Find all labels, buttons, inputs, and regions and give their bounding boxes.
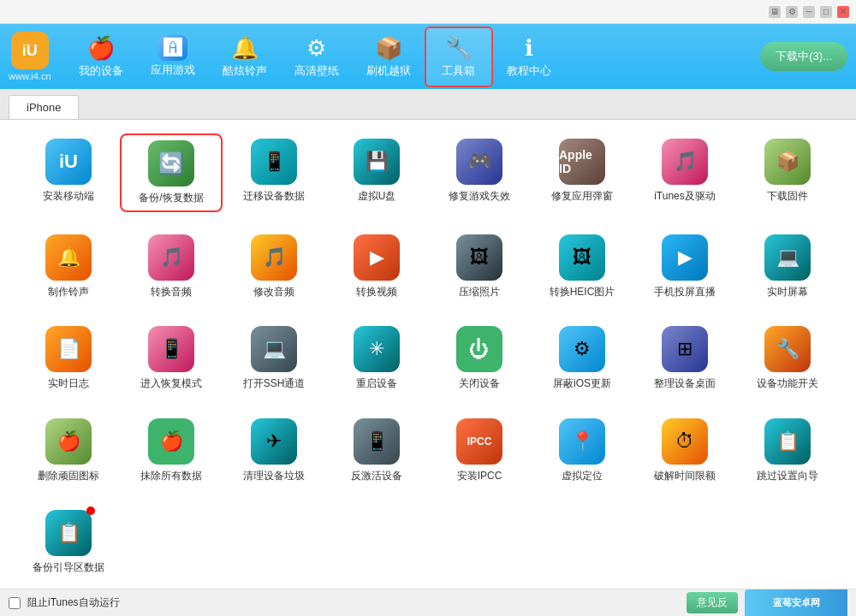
tool-recovery-mode[interactable]: 📱 进入恢复模式 bbox=[120, 321, 223, 396]
settings-icon[interactable]: ⚙ bbox=[786, 6, 798, 18]
tool-ssh-label: 打开SSH通道 bbox=[243, 377, 306, 391]
tool-virtual-udisk[interactable]: 💾 虚拟U盘 bbox=[325, 133, 428, 212]
tool-compress-photo-label: 压缩照片 bbox=[459, 286, 500, 299]
heic-icon: 🖼 bbox=[559, 234, 605, 281]
tool-delete-stubborn[interactable]: 🍎 删除顽固图标 bbox=[17, 413, 120, 489]
tool-fix-game[interactable]: 🎮 修复游戏失效 bbox=[428, 133, 531, 212]
nav-ringtone[interactable]: 🔔 酷炫铃声 bbox=[209, 28, 281, 86]
tool-fix-popup-label: 修复应用弹窗 bbox=[551, 190, 613, 204]
minimize-button[interactable]: ─ bbox=[803, 6, 815, 18]
nav-toolbox[interactable]: 🔧 工具箱 bbox=[425, 27, 493, 87]
nav-jailbreak-label: 刷机越狱 bbox=[366, 63, 411, 79]
tool-restart-label: 重启设备 bbox=[356, 377, 397, 391]
tool-install-mobile[interactable]: iU 安装移动端 bbox=[17, 133, 120, 212]
itunes-label: 阻止iTunes自动运行 bbox=[27, 595, 120, 610]
tool-convert-heic[interactable]: 🖼 转换HEIC图片 bbox=[531, 229, 633, 305]
nav-app-game[interactable]: 🅰 应用游戏 bbox=[137, 28, 209, 85]
tool-itunes-driver[interactable]: 🎵 iTunes及驱动 bbox=[633, 133, 736, 212]
tool-real-log[interactable]: 📄 实时日志 bbox=[17, 321, 120, 396]
audio-icon: 🎵 bbox=[148, 234, 194, 281]
tool-clean-junk[interactable]: ✈ 清理设备垃圾 bbox=[223, 413, 325, 489]
close-button[interactable]: ✕ bbox=[837, 6, 849, 18]
tool-shutdown-label: 关闭设备 bbox=[459, 377, 500, 391]
tool-convert-audio[interactable]: 🎵 转换音频 bbox=[120, 229, 223, 305]
tool-fix-popup[interactable]: Apple ID 修复应用弹窗 bbox=[531, 133, 633, 212]
tool-skip-setup[interactable]: 📋 跳过设置向导 bbox=[736, 413, 839, 489]
tool-firmware-label: 下载固件 bbox=[767, 190, 808, 204]
tool-partition-label: 备份引导区数据 bbox=[33, 561, 104, 575]
clean-icon: ✈ bbox=[251, 418, 297, 465]
tool-screencast-label: 手机投屏直播 bbox=[654, 286, 716, 299]
nav-toolbox-label: 工具箱 bbox=[442, 63, 475, 79]
tool-ipcc-label: 安装IPCC bbox=[457, 470, 502, 483]
window-controls[interactable]: 🖥 ⚙ ─ □ ✕ bbox=[769, 6, 849, 18]
install-mobile-icon: iU bbox=[45, 139, 92, 185]
tool-screen-cast[interactable]: ▶ 手机投屏直播 bbox=[633, 229, 736, 305]
watermark: 蓝莓安卓网 bbox=[745, 589, 847, 617]
tool-make-ringtone[interactable]: 🔔 制作铃声 bbox=[17, 229, 120, 305]
ipcc-icon: IPCC bbox=[456, 418, 502, 465]
tool-open-ssh[interactable]: 💻 打开SSH通道 bbox=[223, 321, 325, 396]
firmware-icon: 📦 bbox=[764, 139, 811, 185]
nav-my-device[interactable]: 🍎 我的设备 bbox=[65, 28, 137, 86]
tool-compress-photo[interactable]: 🖼 压缩照片 bbox=[428, 229, 531, 305]
tool-fix-game-label: 修复游戏失效 bbox=[449, 190, 510, 204]
setup-icon: 📋 bbox=[764, 418, 811, 465]
download-button[interactable]: 下载中(3)... bbox=[760, 42, 847, 71]
tool-wipe-data[interactable]: 🍎 抹除所有数据 bbox=[120, 413, 223, 489]
iphone-tab[interactable]: iPhone bbox=[9, 95, 79, 119]
tool-migrate-label: 迁移设备数据 bbox=[243, 190, 305, 204]
tool-restart-device[interactable]: ✳ 重启设备 bbox=[325, 321, 428, 396]
block-update-icon: ⚙ bbox=[559, 326, 605, 372]
tool-migrate-data[interactable]: 📱 迁移设备数据 bbox=[223, 133, 325, 212]
feedback-button[interactable]: 意见反 bbox=[687, 592, 738, 613]
tool-recovery-label: 进入恢复模式 bbox=[140, 377, 202, 391]
tool-edit-audio[interactable]: 🎵 修改音频 bbox=[223, 229, 325, 305]
nav-jailbreak[interactable]: 📦 刷机越狱 bbox=[353, 28, 425, 86]
migrate-icon: 📱 bbox=[251, 139, 297, 185]
backup-icon: 🔄 bbox=[148, 140, 194, 187]
tool-real-screen[interactable]: 💻 实时屏幕 bbox=[736, 229, 839, 305]
tool-backup-partition[interactable]: 📋 备份引导区数据 bbox=[17, 505, 120, 580]
tool-shutdown-device[interactable]: ⏻ 关闭设备 bbox=[428, 321, 531, 396]
tool-break-time[interactable]: ⏱ 破解时间限额 bbox=[633, 413, 736, 489]
nav-wallpaper[interactable]: ⚙ 高清壁纸 bbox=[281, 28, 353, 86]
tool-ringtone-label: 制作铃声 bbox=[48, 286, 89, 299]
delete-icon: 🍎 bbox=[45, 418, 92, 465]
nav-app-game-label: 应用游戏 bbox=[151, 62, 195, 78]
tool-fake-location[interactable]: 📍 虚拟定位 bbox=[531, 413, 633, 489]
tool-install-ipcc[interactable]: IPCC 安装IPCC bbox=[428, 413, 531, 489]
tool-convert-video[interactable]: ▶ 转换视频 bbox=[325, 229, 428, 305]
status-left: 阻止iTunes自动运行 bbox=[9, 595, 120, 610]
logo[interactable]: iU www.i4.cn bbox=[9, 32, 51, 81]
header: iU www.i4.cn 🍎 我的设备 🅰 应用游戏 🔔 酷炫铃声 ⚙ 高清壁纸… bbox=[0, 24, 856, 89]
screencast-icon: ▶ bbox=[662, 234, 708, 281]
location-icon: 📍 bbox=[559, 418, 605, 465]
tool-backup-restore[interactable]: 🔄 备份/恢复数据 bbox=[120, 133, 223, 212]
ringtone-icon: 🔔 bbox=[45, 234, 92, 281]
tool-desktop-label: 整理设备桌面 bbox=[654, 377, 716, 391]
deactivate-icon: 📱 bbox=[354, 418, 400, 465]
apple-icon: 🍎 bbox=[87, 35, 115, 62]
power-icon: ⏻ bbox=[456, 326, 502, 372]
bell-icon: 🔔 bbox=[231, 35, 259, 62]
info-icon: ℹ bbox=[525, 35, 533, 62]
box-icon: 📦 bbox=[375, 35, 402, 62]
maximize-button[interactable]: □ bbox=[820, 6, 832, 18]
tool-location-label: 虚拟定位 bbox=[562, 470, 603, 483]
itunes-checkbox[interactable] bbox=[9, 597, 21, 609]
tool-setup-label: 跳过设置向导 bbox=[757, 470, 818, 483]
tool-wipe-label: 抹除所有数据 bbox=[140, 470, 202, 483]
tool-switch-label: 设备功能开关 bbox=[757, 377, 818, 391]
tool-delete-label: 删除顽固图标 bbox=[38, 470, 99, 483]
tool-device-switch[interactable]: 🔧 设备功能开关 bbox=[736, 321, 839, 396]
partition-icon: 📋 bbox=[45, 510, 92, 556]
nav-tutorial[interactable]: ℹ 教程中心 bbox=[493, 28, 565, 86]
tool-download-firmware[interactable]: 📦 下载固件 bbox=[736, 133, 839, 212]
nav-items: 🍎 我的设备 🅰 应用游戏 🔔 酷炫铃声 ⚙ 高清壁纸 📦 刷机越狱 🔧 工具箱 bbox=[65, 27, 761, 87]
tool-deactivate[interactable]: 📱 反激活设备 bbox=[325, 413, 428, 489]
photo-icon: 🖼 bbox=[456, 234, 502, 281]
tool-organize-desktop[interactable]: ⊞ 整理设备桌面 bbox=[633, 321, 736, 396]
fix-game-icon: 🎮 bbox=[456, 139, 502, 185]
tool-block-ios-update[interactable]: ⚙ 屏蔽iOS更新 bbox=[531, 321, 633, 396]
